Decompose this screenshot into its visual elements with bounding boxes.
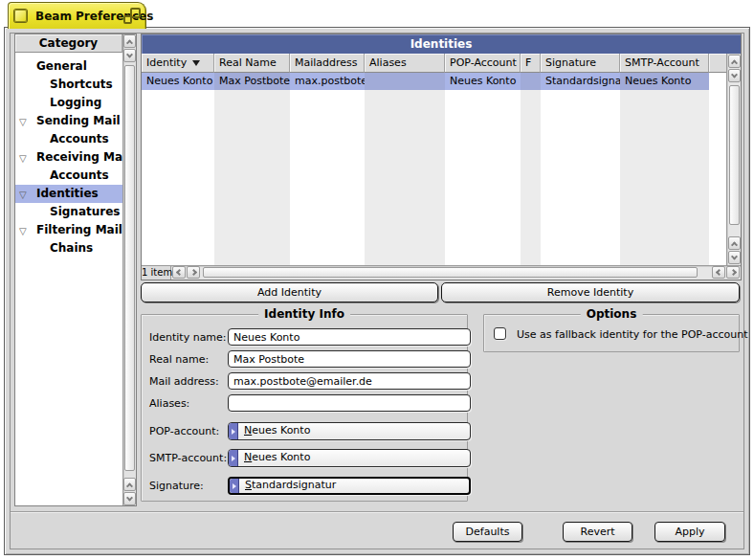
options-group: Options Use as fallback identity for the… <box>483 314 740 352</box>
sidebar-item-label: Shortcuts <box>50 78 113 91</box>
revert-button[interactable]: Revert <box>563 522 632 542</box>
column-header-label: POP-Account <box>450 56 517 69</box>
table-row[interactable]: Neues KontoMax Postbotemax.postbote@emai… <box>142 73 709 90</box>
column-stripe <box>214 73 290 265</box>
column-header-label: Aliases <box>369 56 407 69</box>
table-cell <box>365 73 445 90</box>
sidebar-item-logging[interactable]: Logging <box>15 94 122 112</box>
column-stripe <box>620 73 709 265</box>
expander-icon[interactable]: ▽ <box>19 222 27 240</box>
pop-account-label: POP-account: <box>149 425 219 437</box>
column-stripe <box>365 73 445 265</box>
column-header-pop-account[interactable]: POP-Account <box>445 54 521 73</box>
window-title-tab[interactable]: Beam Preferences <box>8 2 146 29</box>
category-column-header[interactable]: Category <box>15 34 122 53</box>
options-title: Options <box>581 307 643 321</box>
column-header-smtp-account[interactable]: SMTP-Account <box>620 54 709 73</box>
zoom-button[interactable] <box>123 8 141 24</box>
chevron-right-icon <box>189 269 196 276</box>
sidebar-item-sending-mail[interactable]: ▽Sending Mail <box>15 112 122 130</box>
sidebar-item-signatures[interactable]: Signatures <box>15 203 122 221</box>
scrollbar-thumb[interactable] <box>203 267 698 278</box>
sidebar-item-label: Accounts <box>50 168 109 182</box>
sidebar-item-shortcuts[interactable]: Shortcuts <box>15 76 122 94</box>
sidebar-item-identities[interactable]: ▽Identities <box>15 185 122 203</box>
chevron-down-icon <box>731 71 738 78</box>
smtp-account-value: Neues Konto <box>244 451 310 463</box>
column-header-f[interactable]: F <box>521 54 541 73</box>
sidebar-item-receiving-mail[interactable]: ▽Receiving Mail <box>15 148 122 167</box>
sidebar-item-accounts[interactable]: Accounts <box>15 167 122 185</box>
scrollbar-thumb[interactable] <box>729 85 740 225</box>
sidebar-item-chains[interactable]: Chains <box>15 239 122 258</box>
scroll-down-button[interactable] <box>123 492 136 505</box>
table-body[interactable]: Neues KontoMax Postbotemax.postbote@emai… <box>142 73 726 265</box>
table-cell: max.postbote@emailer.de <box>290 73 365 90</box>
chevron-right-icon <box>729 269 736 276</box>
scroll-down-button[interactable] <box>123 49 136 62</box>
scroll-left-button[interactable] <box>172 266 186 279</box>
window-frame: Category GeneralShortcutsLogging▽Sending… <box>4 27 750 555</box>
scroll-up-button[interactable] <box>728 55 741 68</box>
sidebar-item-label: General <box>36 59 87 73</box>
column-stripe <box>142 73 214 265</box>
apply-button[interactable]: Apply <box>654 522 725 542</box>
column-header-identity[interactable]: Identity <box>142 54 214 73</box>
aliases-field[interactable] <box>228 394 471 412</box>
column-header-label: Identity <box>146 56 187 69</box>
chevron-up-icon <box>731 59 738 66</box>
column-header-label: F <box>525 56 531 69</box>
scroll-up-button[interactable] <box>728 236 741 250</box>
table-cell: Neues Konto <box>142 73 214 90</box>
sidebar-item-general[interactable]: General <box>15 57 122 76</box>
aliases-label: Aliases: <box>149 397 189 410</box>
sidebar-item-label: Signatures <box>50 205 120 218</box>
signature-popup[interactable]: Standardsignatur <box>228 477 471 495</box>
column-stripe <box>445 73 521 265</box>
identities-panel-title: Identities <box>142 34 741 54</box>
identity-name-label: Identity name: <box>149 331 227 344</box>
scroll-up-button[interactable] <box>123 34 136 48</box>
table-cell: Max Postbote <box>214 73 290 90</box>
real-name-field[interactable] <box>228 350 471 368</box>
scroll-left-button[interactable] <box>712 266 725 279</box>
smtp-account-popup[interactable]: Neues Konto <box>228 449 471 467</box>
scroll-right-button[interactable] <box>726 266 740 279</box>
expander-icon[interactable]: ▽ <box>19 113 27 131</box>
sidebar-item-label: Identities <box>36 187 99 200</box>
scroll-right-button[interactable] <box>187 266 200 279</box>
column-header-aliases[interactable]: Aliases <box>365 54 445 73</box>
category-list: GeneralShortcutsLogging▽Sending MailAcco… <box>15 53 122 505</box>
sidebar-scrollbar[interactable] <box>122 34 136 505</box>
sidebar-item-filtering-mail[interactable]: ▽Filtering Mail <box>15 221 122 239</box>
mail-address-label: Mail address: <box>149 375 219 388</box>
table-horizontal-scrollbar[interactable]: 1 item <box>142 265 741 280</box>
expander-icon[interactable]: ▽ <box>19 186 27 204</box>
remove-identity-button[interactable]: Remove Identity <box>441 282 740 302</box>
chevron-up-icon <box>126 482 133 489</box>
scroll-up-button[interactable] <box>123 478 136 491</box>
pop-account-popup[interactable]: Neues Konto <box>228 422 471 440</box>
column-header-label: Mailaddress <box>295 56 358 69</box>
sidebar-item-accounts[interactable]: Accounts <box>15 130 122 148</box>
column-header-real-name[interactable]: Real Name <box>214 54 290 73</box>
column-header-label: Signature <box>545 56 596 69</box>
sidebar-item-label: Sending Mail <box>36 114 121 127</box>
sidebar-item-label: Accounts <box>50 132 109 146</box>
mail-address-field[interactable] <box>228 372 471 390</box>
scrollbar-thumb[interactable] <box>124 65 135 471</box>
scroll-down-button[interactable] <box>728 251 741 264</box>
table-vertical-scrollbar[interactable] <box>726 54 741 265</box>
column-stripe <box>290 73 365 265</box>
real-name-label: Real name: <box>149 353 209 366</box>
add-identity-button[interactable]: Add Identity <box>141 282 438 302</box>
expander-icon[interactable]: ▽ <box>19 149 27 168</box>
defaults-button[interactable]: Defaults <box>453 522 522 542</box>
identity-info-title: Identity Info <box>258 307 350 321</box>
close-button[interactable] <box>14 10 27 22</box>
scroll-down-button[interactable] <box>728 69 741 82</box>
fallback-identity-checkbox[interactable] <box>494 327 506 340</box>
column-header-mailaddress[interactable]: Mailaddress <box>290 54 365 73</box>
column-header-signature[interactable]: Signature <box>541 54 620 73</box>
identity-name-field[interactable] <box>228 328 471 346</box>
